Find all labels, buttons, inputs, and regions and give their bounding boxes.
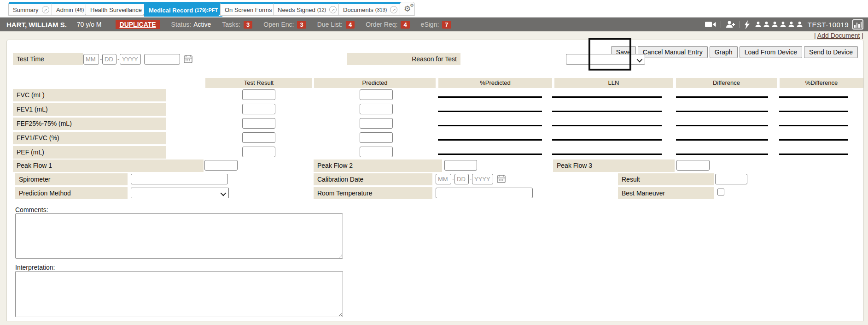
peak-flow-2-input[interactable] <box>444 160 477 171</box>
result-input[interactable] <box>715 174 747 184</box>
tab-summary[interactable]: Summary ↗ <box>8 2 54 16</box>
header-difference: Difference <box>676 78 777 88</box>
video-camera-icon[interactable] <box>705 21 716 28</box>
tab-admin[interactable]: Admin (46) <box>52 2 88 16</box>
calibration-month-input[interactable] <box>436 174 451 184</box>
room-temperature-label: Room Temperature <box>314 187 432 199</box>
comments-label: Comments: <box>15 206 48 213</box>
test-time-month-input[interactable] <box>83 54 99 65</box>
tab-on-screen-forms[interactable]: On Screen Forms <box>220 2 277 16</box>
person-icon <box>755 21 762 28</box>
pct-predicted-underline <box>438 154 542 155</box>
calibration-date-label: Calibration Date <box>314 173 432 185</box>
lln-underline <box>552 96 662 98</box>
person-icon <box>780 21 786 28</box>
predicted-input-fef[interactable] <box>360 118 393 129</box>
interpretation-label: Interpretation: <box>15 264 55 271</box>
add-document-link[interactable]: Add Document <box>817 32 860 39</box>
pct-predicted-underline <box>438 96 542 98</box>
tab-settings[interactable]: ⚙⚙ <box>400 2 415 16</box>
room-temperature-input[interactable] <box>436 188 533 198</box>
peak-flow-1-label: Peak Flow 1 <box>13 160 204 172</box>
tab-on-screen-forms-label: On Screen Forms <box>225 6 272 13</box>
popout-icon[interactable]: ↗ <box>390 6 397 13</box>
duplicate-badge[interactable]: DUPLICATE <box>116 20 160 29</box>
peak-flow-2-label: Peak Flow 2 <box>314 160 442 172</box>
person-icon <box>796 21 803 28</box>
pct-difference-underline <box>779 139 848 141</box>
patient-age-sex: 70 y/o M <box>77 21 102 28</box>
difference-underline <box>676 96 768 98</box>
predicted-input-fev1[interactable] <box>360 104 393 114</box>
divider <box>721 21 721 28</box>
predicted-input-fvc[interactable] <box>360 89 393 100</box>
tasks-badge[interactable]: 3 <box>244 21 252 29</box>
prediction-method-select[interactable] <box>131 188 229 198</box>
lightning-icon[interactable] <box>745 20 750 29</box>
order-req-badge[interactable]: 4 <box>401 21 409 29</box>
add-document-row: | Add Document | <box>814 32 863 39</box>
person-icon <box>763 21 770 28</box>
calibration-year-input[interactable] <box>472 174 493 184</box>
pct-difference-underline <box>779 125 848 126</box>
chart-icon[interactable] <box>852 19 863 30</box>
tab-documents[interactable]: Documents (313) ↗ <box>338 2 402 16</box>
pft-form-panel: Save Cancel Manual Entry Graph Load From… <box>6 40 864 321</box>
test-result-input-fev1[interactable] <box>242 104 275 114</box>
best-maneuver-checkbox[interactable] <box>717 189 724 195</box>
popout-icon[interactable]: ↗ <box>42 6 49 13</box>
patient-banner: HART, WILLIAM S. 70 y/o M DUPLICATE Stat… <box>0 18 868 31</box>
calendar-icon[interactable] <box>184 54 192 63</box>
reason-for-test-select[interactable] <box>566 54 645 65</box>
peak-flow-3-input[interactable] <box>676 160 710 171</box>
spirometer-input[interactable] <box>131 174 228 184</box>
difference-underline <box>676 111 768 112</box>
person-icon <box>771 21 778 28</box>
difference-underline <box>676 139 768 141</box>
order-req-label: Order Req: <box>366 21 397 28</box>
best-maneuver-label: Best Maneuver <box>618 187 714 199</box>
tab-medical-record[interactable]: Medical Record (179):PFT <box>144 2 222 17</box>
test-result-input-fef[interactable] <box>242 118 275 129</box>
lln-underline <box>552 154 662 155</box>
tab-needs-signed[interactable]: Needs Signed (12) ↗ <box>273 2 341 16</box>
interpretation-textarea[interactable] <box>15 271 343 317</box>
test-time-label: Test Time <box>13 53 83 65</box>
tab-medical-record-label: Medical Record <box>149 7 193 14</box>
comments-textarea[interactable] <box>15 213 343 259</box>
lln-underline <box>552 111 662 112</box>
tab-bar: Summary ↗ Admin (46) Health Surveillance… <box>0 0 868 18</box>
add-person-icon[interactable] <box>726 20 735 29</box>
peak-flow-1-input[interactable] <box>204 160 238 171</box>
load-from-device-button[interactable]: Load From Device <box>740 46 802 58</box>
tab-health-surveillance[interactable]: Health Surveillance <box>86 2 146 16</box>
cancel-manual-entry-button[interactable]: Cancel Manual Entry <box>638 46 708 58</box>
test-time-time-input[interactable] <box>144 54 180 65</box>
calendar-icon[interactable] <box>497 174 506 183</box>
test-time-year-input[interactable] <box>120 54 141 65</box>
tab-medical-record-count: (179):PFT <box>195 7 218 13</box>
esign-badge[interactable]: 7 <box>442 21 451 29</box>
graph-button[interactable]: Graph <box>710 46 738 58</box>
popout-icon[interactable]: ↗ <box>329 6 337 13</box>
row-label-fvc: FVC (mL) <box>13 89 166 101</box>
pct-difference-underline <box>779 111 848 112</box>
due-list-label: Due List: <box>317 21 343 28</box>
predicted-input-pef[interactable] <box>360 147 393 157</box>
open-enc-badge[interactable]: 3 <box>297 21 306 29</box>
lln-underline <box>552 125 662 126</box>
tab-needs-signed-label: Needs Signed <box>278 6 315 13</box>
test-result-input-fvc[interactable] <box>242 89 275 100</box>
predicted-input-fev1-fvc[interactable] <box>360 132 393 143</box>
patients-group-icon[interactable] <box>753 21 803 28</box>
test-result-input-fev1-fvc[interactable] <box>242 132 275 143</box>
spirometer-label: Spirometer <box>15 173 128 185</box>
due-list-badge[interactable]: 4 <box>346 21 355 29</box>
result-label: Result <box>618 173 714 185</box>
send-to-device-button[interactable]: Send to Device <box>804 46 858 58</box>
dash: - <box>100 55 102 62</box>
test-result-input-pef[interactable] <box>242 147 275 157</box>
difference-underline <box>676 154 768 155</box>
calibration-day-input[interactable] <box>454 174 469 184</box>
test-time-day-input[interactable] <box>102 54 117 65</box>
